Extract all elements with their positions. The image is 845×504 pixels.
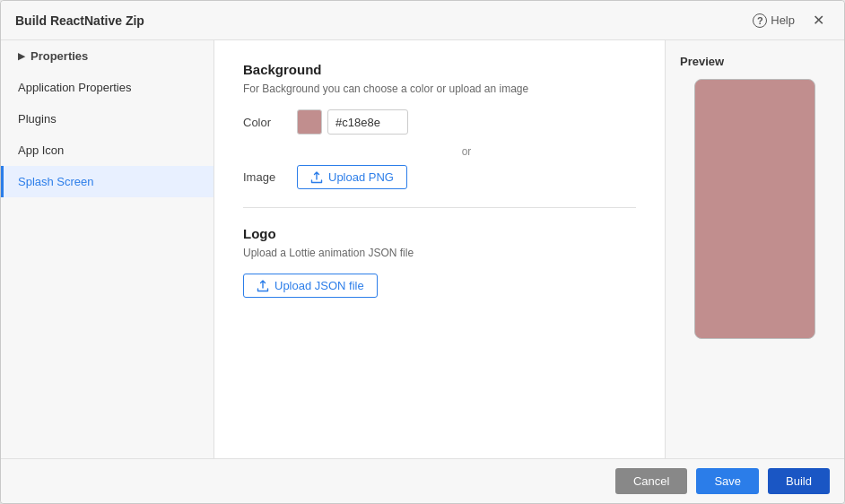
close-button[interactable]: ✕ [807,8,830,32]
main-content: Background For Background you can choose… [214,40,665,458]
sidebar-item-app-icon-label: App Icon [18,143,64,157]
background-section: Background For Background you can choose… [243,62,636,189]
preview-phone [680,79,830,444]
dialog-body: ▶ Properties Application Properties Plug… [1,40,844,458]
color-text-input[interactable] [327,109,408,135]
sidebar-item-plugins-label: Plugins [18,112,57,126]
help-button[interactable]: ? Help [747,10,800,31]
or-divider: or [297,145,636,158]
close-icon: ✕ [813,12,824,29]
image-label: Image [243,170,297,184]
section-divider [243,207,636,208]
logo-title: Logo [243,226,636,241]
dialog-footer: Cancel Save Build [1,458,844,503]
sidebar-item-app-icon[interactable]: App Icon [1,135,213,166]
header-right: ? Help ✕ [747,8,830,32]
sidebar: ▶ Properties Application Properties Plug… [1,40,214,458]
help-label: Help [771,13,795,27]
preview-title: Preview [680,55,830,68]
color-row: Color [243,109,636,135]
preview-panel: Preview [665,40,844,458]
image-row: Image Upload PNG [243,165,636,189]
sidebar-item-application-properties-label: Application Properties [18,81,131,94]
upload-json-button[interactable]: Upload JSON file [243,274,378,298]
preview-screen [694,79,815,339]
content-area: Background For Background you can choose… [214,40,665,458]
arrow-icon: ▶ [18,51,25,61]
color-label: Color [243,116,297,129]
sidebar-item-splash-screen-label: Splash Screen [18,175,94,188]
upload-json-label: Upload JSON file [274,279,364,292]
help-icon: ? [753,13,767,28]
color-swatch[interactable] [297,109,322,135]
sidebar-item-splash-screen[interactable]: Splash Screen [1,166,213,197]
dialog-title: Build ReactNative Zip [15,13,144,28]
color-input-group [297,109,408,135]
save-button[interactable]: Save [696,468,759,494]
background-title: Background [243,62,636,77]
cancel-button[interactable]: Cancel [615,468,687,494]
dialog-header: Build ReactNative Zip ? Help ✕ [1,1,844,40]
sidebar-item-plugins[interactable]: Plugins [1,103,213,135]
build-button[interactable]: Build [768,468,830,494]
sidebar-item-application-properties[interactable]: Application Properties [1,72,213,103]
sidebar-item-properties[interactable]: ▶ Properties [1,40,213,72]
upload-json-icon [257,280,269,292]
logo-section: Logo Upload a Lottie animation JSON file… [243,226,636,298]
logo-description: Upload a Lottie animation JSON file [243,247,636,259]
dialog: Build ReactNative Zip ? Help ✕ ▶ Propert… [0,0,845,504]
sidebar-item-properties-label: Properties [30,49,88,63]
background-description: For Background you can choose a color or… [243,83,636,95]
upload-icon [310,171,323,184]
upload-png-label: Upload PNG [328,170,394,184]
upload-png-button[interactable]: Upload PNG [297,165,407,189]
